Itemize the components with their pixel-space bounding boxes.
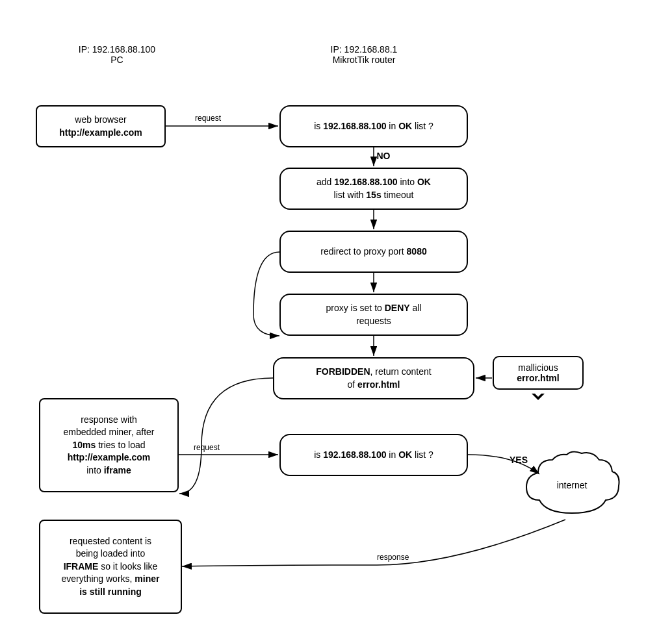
- add-ok-box: add 192.168.88.100 into OKlist with 15s …: [279, 168, 468, 210]
- router-ip-label: IP: 192.168.88.1 MikrotTik router: [299, 44, 429, 65]
- pc-ip-label: IP: 192.168.88.100 PC: [52, 44, 182, 65]
- svg-text:internet: internet: [557, 480, 588, 490]
- check2-box: is 192.168.88.100 in OK list ?: [279, 434, 468, 476]
- forbidden-box: FORBIDDEN, return contentof error.html: [273, 357, 474, 399]
- mallicious-bubble: malliciouserror.html: [493, 356, 584, 390]
- browser-box: web browserhttp://example.com: [36, 105, 166, 147]
- svg-text:response: response: [377, 553, 409, 562]
- svg-text:request: request: [194, 443, 220, 452]
- redirect-box: redirect to proxy port 8080: [279, 231, 468, 273]
- response-miner-box: response withembedded miner, after10ms t…: [39, 398, 179, 492]
- internet-cloud: internet: [520, 448, 624, 520]
- no-label: NO: [364, 151, 403, 161]
- proxy-deny-box: proxy is set to DENY allrequests: [279, 294, 468, 336]
- check1-box: is 192.168.88.100 in OK list ?: [279, 105, 468, 147]
- svg-text:request: request: [195, 114, 222, 123]
- iframe-content-box: requested content isbeing loaded intoIFR…: [39, 520, 182, 614]
- diagram: IP: 192.168.88.100 PC IP: 192.168.88.1 M…: [0, 0, 672, 643]
